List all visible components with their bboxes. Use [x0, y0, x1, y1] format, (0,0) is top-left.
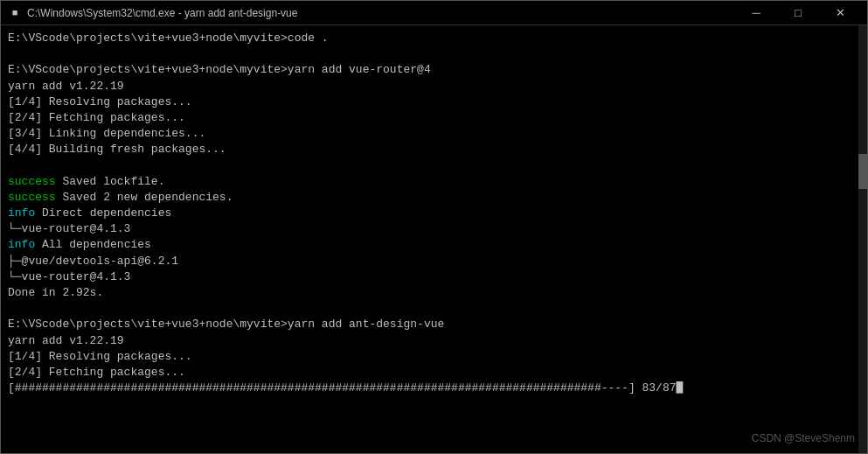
terminal-line: info Direct dependencies [8, 206, 860, 221]
watermark: CSDN @SteveShenm [752, 432, 855, 444]
title-bar: ■ C:\Windows\System32\cmd.exe - yarn add… [1, 1, 867, 25]
close-button[interactable]: ✕ [820, 1, 860, 25]
terminal-line: └─vue-router@4.1.3 [8, 221, 860, 237]
terminal-line: [1/4] Resolving packages... [8, 94, 860, 110]
terminal-body: E:\VScode\projects\vite+vue3+node\myvite… [1, 25, 867, 453]
terminal-line: success Saved 2 new dependencies. [8, 190, 860, 206]
terminal-line: yarn add v1.22.19 [8, 79, 860, 94]
terminal-line: Done in 2.92s. [8, 285, 860, 301]
terminal-text: Direct dependencies [35, 206, 171, 220]
info-label: info [8, 206, 35, 220]
cmd-icon: ■ [8, 6, 22, 20]
terminal-line: E:\VScode\projects\vite+vue3+node\myvite… [8, 317, 860, 332]
terminal-line [8, 158, 860, 174]
terminal-line: [4/4] Building fresh packages... [8, 142, 860, 157]
title-bar-left: ■ C:\Windows\System32\cmd.exe - yarn add… [8, 6, 297, 20]
scrollbar-thumb[interactable] [858, 154, 867, 189]
terminal-line: ├─@vue/devtools-api@6.2.1 [8, 254, 860, 269]
cmd-window: ■ C:\Windows\System32\cmd.exe - yarn add… [0, 0, 868, 454]
terminal-line: success Saved lockfile. [8, 174, 860, 190]
terminal-line [8, 46, 860, 62]
terminal-line: [3/4] Linking dependencies... [8, 126, 860, 142]
terminal-line [8, 301, 860, 317]
terminal-line: yarn add v1.22.19 [8, 333, 860, 349]
terminal-text: Saved 2 new dependencies. [56, 191, 233, 204]
window-title: C:\Windows\System32\cmd.exe - yarn add a… [27, 7, 297, 19]
window-controls[interactable]: ─ □ ✕ [736, 1, 860, 25]
maximize-button[interactable]: □ [778, 1, 818, 25]
terminal-text: All dependencies [35, 238, 151, 251]
success-label: success [8, 175, 56, 188]
terminal-line: [2/4] Fetching packages... [8, 110, 860, 126]
terminal-line: E:\VScode\projects\vite+vue3+node\myvite… [8, 62, 860, 78]
terminal-line: [1/4] Resolving packages... [8, 349, 860, 365]
terminal-line: [2/4] Fetching packages... [8, 365, 860, 381]
terminal-line: └─vue-router@4.1.3 [8, 269, 860, 285]
success-label: success [8, 191, 56, 204]
terminal-text: Saved lockfile. [56, 175, 165, 188]
progress-line: [#######################################… [8, 381, 860, 396]
minimize-button[interactable]: ─ [736, 1, 776, 25]
terminal-line: E:\VScode\projects\vite+vue3+node\myvite… [8, 31, 860, 46]
info-label: info [8, 238, 35, 251]
terminal-line: info All dependencies [8, 237, 860, 253]
scrollbar[interactable] [858, 25, 867, 453]
